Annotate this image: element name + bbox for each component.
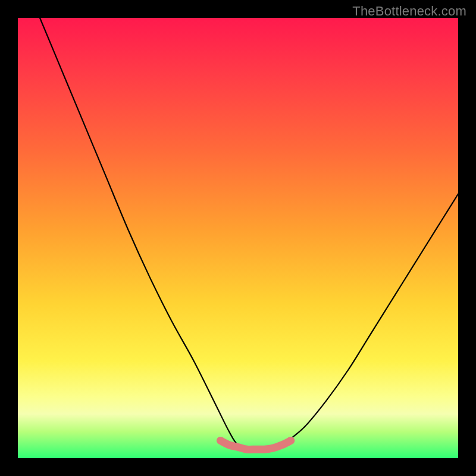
chart-frame: TheBottleneck.com [0, 0, 476, 476]
bottleneck-curve-line [40, 18, 458, 450]
curve-svg [18, 18, 458, 458]
sweet-spot-marker [220, 440, 290, 449]
watermark-label: TheBottleneck.com [352, 4, 466, 19]
plot-area [18, 18, 458, 458]
